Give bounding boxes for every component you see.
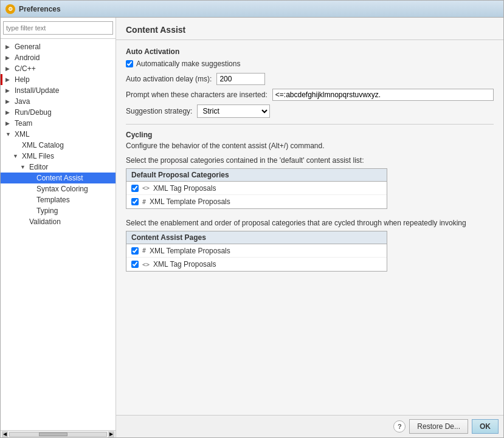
sidebar-item-label: XML Files <box>22 152 54 160</box>
content-panel: Content Assist Auto Activation Automatic… <box>116 18 503 437</box>
arrow-icon: ▶ <box>5 66 12 72</box>
page-row1-label: XML Template Proposals <box>150 247 230 255</box>
row2-checkbox[interactable] <box>131 198 139 205</box>
scroll-track[interactable] <box>9 432 107 437</box>
prompt-input[interactable] <box>272 89 494 101</box>
pages-table-header: Content Assist Pages <box>126 231 387 244</box>
page-row1-checkbox[interactable] <box>131 247 139 255</box>
sidebar-item-label: Help <box>15 75 30 84</box>
help-button[interactable]: ? <box>393 420 406 433</box>
prompt-label: Prompt when these characters are inserte… <box>126 91 268 99</box>
sidebar-item-label: XML <box>15 130 30 139</box>
row1-label: XML Tag Proposals <box>153 184 216 193</box>
delay-label: Auto activation delay (ms): <box>126 75 212 83</box>
page-row1-icon: # <box>142 247 146 254</box>
prompt-row: Prompt when these characters are inserte… <box>126 89 494 101</box>
cycling-desc: Configure the behavior of the content as… <box>126 142 494 150</box>
sidebar-item-templates[interactable]: Templates <box>1 194 116 205</box>
arrow-icon: ▶ <box>5 77 12 83</box>
sidebar-item-label: Typing <box>36 207 58 215</box>
row2-icon: # <box>142 199 146 205</box>
arrow-icon: ▶ <box>5 98 12 104</box>
sidebar-item-label: Team <box>15 119 32 128</box>
sidebar-item-xml-catalog[interactable]: XML Catalog <box>1 140 116 151</box>
page-row2-label: XML Tag Proposals <box>153 260 216 269</box>
arrow-icon: ▼ <box>13 153 19 159</box>
sidebar-item-label: C/C++ <box>15 64 36 73</box>
bottom-bar: ? Restore De... Apply OK Cancel <box>116 415 503 437</box>
sidebar-item-label: XML Catalog <box>22 141 64 149</box>
sidebar-item-label: Java <box>15 97 30 106</box>
main-content: ▶ General ▶ Android ▶ C/C++ ▶ Help ▶ <box>1 18 503 437</box>
default-proposal-label: Select the proposal categories contained… <box>126 156 494 165</box>
page-row2-checkbox[interactable] <box>131 261 139 268</box>
strategy-row: Suggestion strategy: Strict Liberal <box>126 104 494 118</box>
arrow-icon: ▶ <box>5 87 12 94</box>
row2-label: XML Template Proposals <box>150 197 230 206</box>
sidebar-item-label: Run/Debug <box>15 108 52 117</box>
row1-checkbox[interactable] <box>131 185 139 192</box>
table-row: # XML Template Proposals <box>126 244 387 258</box>
sidebar-item-label: Syntax Coloring <box>36 185 88 193</box>
sidebar-item-label: Content Assist <box>36 174 83 182</box>
scroll-right[interactable]: ▶ <box>108 431 114 437</box>
content-header: Content Assist <box>116 18 503 40</box>
strategy-select[interactable]: Strict Liberal <box>197 104 270 118</box>
row1-icon: <> <box>142 185 150 191</box>
ok-button[interactable]: OK <box>472 419 499 434</box>
page-row2-icon: <> <box>142 261 150 268</box>
title-bar: ⚙ Preferences <box>1 1 503 18</box>
delay-row: Auto activation delay (ms): <box>126 73 494 85</box>
horizontal-scrollbar[interactable]: ◀ ▶ <box>1 430 116 437</box>
tree-container: ▶ General ▶ Android ▶ C/C++ ▶ Help ▶ <box>1 39 116 430</box>
sidebar-item-typing[interactable]: Typing <box>1 205 116 216</box>
sidebar-item-xml-files[interactable]: ▼ XML Files <box>1 151 116 162</box>
sidebar-item-install-update[interactable]: ▶ Install/Update <box>1 85 116 96</box>
strategy-label: Suggestion strategy: <box>126 107 192 115</box>
sidebar-item-label: Android <box>15 53 40 62</box>
scroll-left[interactable]: ◀ <box>2 431 8 437</box>
default-table-header: Default Proposal Categories <box>126 169 387 182</box>
filter-container <box>1 18 116 39</box>
divider-1 <box>126 124 494 125</box>
arrow-icon: ▼ <box>20 164 26 170</box>
sidebar-item-label: Validation <box>29 217 61 226</box>
sidebar-item-label: Editor <box>29 163 48 171</box>
restore-defaults-button[interactable]: Restore De... <box>409 419 468 434</box>
cycling-proposal-label: Select the enablement and order of propo… <box>126 219 494 227</box>
window-icon: ⚙ <box>5 4 15 14</box>
scroll-thumb[interactable] <box>39 433 68 436</box>
auto-suggestions-checkbox[interactable] <box>126 60 133 67</box>
pages-proposal-table: Content Assist Pages # XML Template Prop… <box>126 231 387 272</box>
sidebar-item-content-assist[interactable]: Content Assist <box>1 173 116 183</box>
red-accent <box>1 74 2 85</box>
default-proposal-table: Default Proposal Categories <> XML Tag P… <box>126 168 387 209</box>
sidebar-item-validation[interactable]: Validation <box>1 216 116 227</box>
sidebar-item-syntax-coloring[interactable]: Syntax Coloring <box>1 183 116 194</box>
content-body: Auto Activation Automatically make sugge… <box>116 40 503 415</box>
sidebar-item-label: General <box>15 43 41 51</box>
sidebar-item-android[interactable]: ▶ Android <box>1 52 116 63</box>
preferences-window: ⚙ Preferences ▶ General ▶ Android ▶ C/C+… <box>0 0 504 438</box>
sidebar-item-run-debug[interactable]: ▶ Run/Debug <box>1 107 116 118</box>
sidebar-item-java[interactable]: ▶ Java <box>1 96 116 107</box>
filter-input[interactable] <box>3 21 113 35</box>
arrow-icon: ▼ <box>5 131 12 137</box>
cycling-title: Cycling <box>126 131 494 139</box>
arrow-icon: ▶ <box>5 44 12 50</box>
arrow-icon: ▶ <box>5 109 12 115</box>
sidebar-item-help[interactable]: ▶ Help <box>1 74 116 85</box>
sidebar-item-label: Install/Update <box>15 86 59 95</box>
arrow-icon: ▶ <box>5 55 12 61</box>
auto-activation-title: Auto Activation <box>126 47 494 56</box>
delay-input[interactable] <box>216 73 265 85</box>
arrow-icon: ▶ <box>5 120 12 126</box>
sidebar-item-general[interactable]: ▶ General <box>1 41 116 52</box>
table-row: # XML Template Proposals <box>126 195 387 208</box>
content-title: Content Assist <box>126 25 185 35</box>
sidebar-item-xml[interactable]: ▼ XML <box>1 129 116 140</box>
sidebar-item-label: Templates <box>36 196 70 204</box>
sidebar-item-cpp[interactable]: ▶ C/C++ <box>1 63 116 74</box>
sidebar-item-editor[interactable]: ▼ Editor <box>1 162 116 173</box>
sidebar-item-team[interactable]: ▶ Team <box>1 118 116 129</box>
